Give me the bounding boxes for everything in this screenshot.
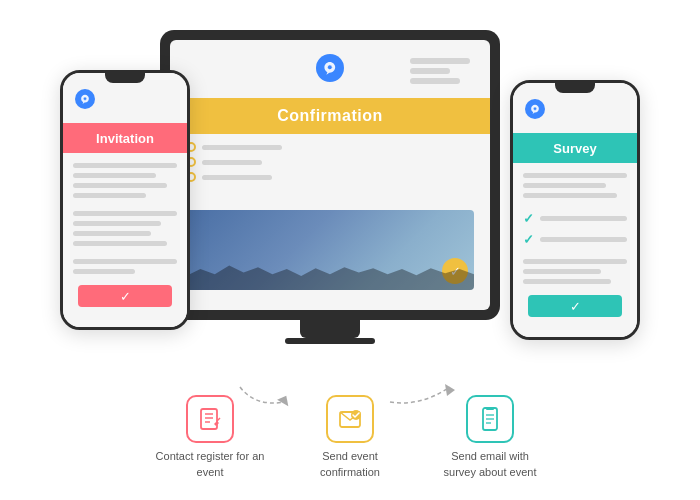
phone-line <box>73 221 161 226</box>
monitor-stand <box>300 320 360 338</box>
phone-left-screen: Invitation <box>63 73 187 327</box>
monitor-logo <box>316 54 344 82</box>
phone-right-screen: Survey ✓ ✓ <box>513 83 637 337</box>
monitor-image: ✓ <box>186 210 474 290</box>
send-confirmation-item: Send event confirmation <box>295 395 405 480</box>
phone-right-device: Survey ✓ ✓ <box>510 80 640 340</box>
contact-register-item: Contact register for an event <box>155 395 265 480</box>
phone-line <box>540 237 627 242</box>
svg-point-2 <box>533 107 537 111</box>
header-line <box>410 68 450 74</box>
phone-left-notch <box>105 73 145 83</box>
header-line <box>410 78 460 84</box>
checkmark-icon: ✓ <box>570 299 581 314</box>
bottom-actions-row: Contact register for an event Send event… <box>0 395 700 480</box>
invitation-banner: Invitation <box>63 123 187 153</box>
monitor-frame: Confirmation <box>160 30 500 320</box>
svg-marker-4 <box>445 384 455 396</box>
svg-point-1 <box>83 97 87 101</box>
phone-line <box>73 259 177 264</box>
phone-line <box>523 173 627 178</box>
phone-line <box>73 183 167 188</box>
content-line <box>202 160 262 165</box>
phone-right-button: ✓ <box>528 295 622 317</box>
send-survey-item: Send email with survey about event <box>435 395 545 480</box>
monitor-screen: Confirmation <box>170 40 490 310</box>
survey-label: Survey <box>553 141 596 156</box>
phone-line <box>523 259 627 264</box>
phone-line <box>73 211 177 216</box>
phone-line <box>540 216 627 221</box>
send-survey-label: Send email with survey about event <box>435 449 545 480</box>
content-row <box>186 142 474 152</box>
content-row <box>186 172 474 182</box>
confirmation-label: Confirmation <box>277 107 383 125</box>
crowd-silhouette <box>186 255 474 290</box>
svg-point-0 <box>328 65 333 70</box>
monitor-content-area <box>186 142 474 187</box>
header-line <box>410 58 470 64</box>
content-line <box>202 175 272 180</box>
phone-line <box>73 231 151 236</box>
check-row: ✓ <box>523 232 627 247</box>
phone-right-notch <box>555 83 595 93</box>
content-line <box>202 145 282 150</box>
check-icon: ✓ <box>523 211 534 226</box>
phone-line <box>523 279 611 284</box>
phone-left-device: Invitation <box>60 70 190 330</box>
monitor-base <box>285 338 375 344</box>
phone-left-frame: Invitation <box>60 70 190 330</box>
contact-register-label: Contact register for an event <box>155 449 265 480</box>
svg-rect-13 <box>486 407 494 410</box>
phone-line <box>73 269 135 274</box>
monitor-device: Confirmation <box>160 30 500 320</box>
content-row <box>186 157 474 167</box>
phone-right-logo <box>525 99 545 119</box>
phone-left-button: ✓ <box>78 285 172 307</box>
confirmation-banner: Confirmation <box>170 98 490 134</box>
svg-rect-5 <box>201 409 217 429</box>
phone-right-frame: Survey ✓ ✓ <box>510 80 640 340</box>
checkmark-icon: ✓ <box>120 289 131 304</box>
send-confirmation-icon <box>326 395 374 443</box>
main-scene: Confirmation <box>0 0 700 500</box>
phone-line <box>73 241 167 246</box>
phone-line <box>523 269 601 274</box>
phone-line <box>73 173 156 178</box>
phone-left-content <box>73 163 177 279</box>
check-icon: ✓ <box>523 232 534 247</box>
phone-line <box>73 193 146 198</box>
check-row: ✓ <box>523 211 627 226</box>
phone-left-logo <box>75 89 95 109</box>
survey-banner: Survey <box>513 133 637 163</box>
contact-register-icon <box>186 395 234 443</box>
invitation-label: Invitation <box>96 131 154 146</box>
send-survey-icon <box>466 395 514 443</box>
phone-right-content: ✓ ✓ <box>523 173 627 289</box>
monitor-header-lines <box>410 58 470 84</box>
phone-line <box>523 183 606 188</box>
send-confirmation-label: Send event confirmation <box>295 449 405 480</box>
phone-line <box>523 193 617 198</box>
phone-line <box>73 163 177 168</box>
